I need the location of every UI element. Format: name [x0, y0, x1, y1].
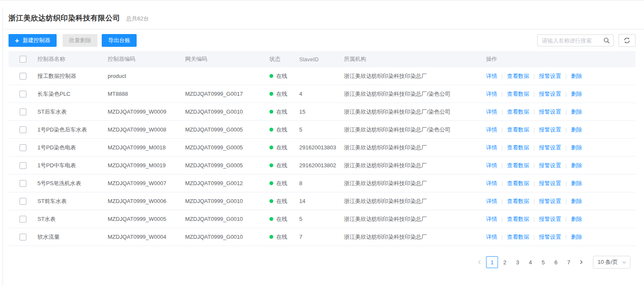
action-detail-link[interactable]: 详情 [486, 126, 497, 133]
row-checkbox[interactable] [20, 198, 26, 205]
action-separator: | [501, 216, 503, 222]
page-number-1[interactable]: 1 [486, 256, 498, 268]
action-view-data-link[interactable]: 查看数据 [507, 234, 529, 240]
action-separator: | [565, 145, 567, 151]
action-detail-link[interactable]: 详情 [486, 234, 497, 240]
batch-delete-button[interactable]: 批量删除 [63, 34, 97, 47]
controller-name-cell: 5号PS皂洗机水表 [37, 180, 108, 187]
action-detail-link[interactable]: 详情 [486, 91, 497, 97]
action-delete-link[interactable]: 删除 [571, 198, 582, 204]
page-size-select[interactable]: 10 条/页 [593, 256, 630, 269]
action-view-data-link[interactable]: 查看数据 [507, 126, 529, 133]
action-alarm-settings-link[interactable]: 报警设置 [539, 144, 561, 151]
search-icon[interactable] [603, 37, 610, 44]
action-detail-link[interactable]: 详情 [486, 109, 497, 115]
action-view-data-link[interactable]: 查看数据 [507, 109, 529, 115]
action-delete-link[interactable]: 删除 [571, 144, 582, 151]
page-number-5[interactable]: 5 [537, 256, 549, 268]
action-detail-link[interactable]: 详情 [486, 216, 497, 222]
action-separator: | [533, 109, 535, 115]
action-alarm-settings-link[interactable]: 报警设置 [539, 180, 561, 186]
pagination-pages: 1234567 [486, 256, 575, 268]
new-controller-button[interactable]: + 新建控制器 [9, 34, 57, 47]
row-actions: 详情|查看数据|报警设置|删除 [486, 126, 635, 134]
page-number-7[interactable]: 7 [563, 256, 575, 268]
action-alarm-settings-link[interactable]: 报警设置 [539, 126, 561, 133]
action-detail-link[interactable]: 详情 [486, 198, 497, 204]
action-delete-link[interactable]: 删除 [571, 180, 582, 186]
row-checkbox[interactable] [20, 162, 26, 169]
action-separator: | [533, 180, 535, 186]
export-ledger-button[interactable]: 导出台账 [102, 34, 137, 47]
action-alarm-settings-link[interactable]: 报警设置 [539, 198, 561, 204]
controller-name-cell: ST前车水表 [37, 197, 108, 205]
prev-page-icon[interactable] [474, 256, 486, 268]
row-checkbox[interactable] [20, 126, 26, 133]
action-detail-link[interactable]: 详情 [486, 162, 497, 169]
action-delete-link[interactable]: 删除 [571, 234, 582, 240]
action-view-data-link[interactable]: 查看数据 [507, 144, 529, 151]
controller-name-cell: 1号PD染色后车水表 [37, 126, 108, 134]
action-delete-link[interactable]: 删除 [571, 162, 582, 169]
action-detail-link[interactable]: 详情 [486, 180, 497, 186]
new-controller-button-label: 新建控制器 [23, 37, 50, 44]
action-alarm-settings-link[interactable]: 报警设置 [539, 109, 561, 115]
page-number-6[interactable]: 6 [550, 256, 562, 268]
page-number-3[interactable]: 3 [512, 256, 524, 268]
search-input[interactable] [542, 37, 603, 44]
slave-id-cell: 15 [299, 109, 344, 115]
action-detail-link[interactable]: 详情 [486, 144, 497, 151]
action-alarm-settings-link[interactable]: 报警设置 [539, 162, 561, 169]
action-alarm-settings-link[interactable]: 报警设置 [539, 91, 561, 97]
page-number-4[interactable]: 4 [524, 256, 536, 268]
controller-code-cell: MZDJQAT0999_W0008 [108, 126, 185, 133]
action-delete-link[interactable]: 删除 [571, 73, 582, 79]
row-checkbox[interactable] [20, 234, 26, 240]
org-cell: 浙江美欣达纺织印染科技印染总厂/染色公司 [344, 126, 486, 134]
row-checkbox[interactable] [20, 73, 26, 80]
gateway-code-cell: MZDJQAT0999_G0005 [185, 144, 269, 151]
table-header-row: 控制器名称 控制器编码 网关编码 状态 SlaveID 所属机构 操作 [9, 51, 635, 67]
online-status-dot [269, 110, 273, 114]
row-checkbox[interactable] [20, 91, 26, 97]
refresh-button[interactable] [618, 34, 635, 47]
action-alarm-settings-link[interactable]: 报警设置 [539, 234, 561, 240]
action-alarm-settings-link[interactable]: 报警设置 [539, 73, 561, 79]
org-cell: 浙江美欣达纺织印染科技印染总厂 [344, 180, 486, 187]
gateway-code-cell: MZDJQAT0999_G0017 [185, 91, 269, 97]
action-view-data-link[interactable]: 查看数据 [507, 198, 529, 204]
org-cell: 浙江美欣达纺织印染科技印染总厂/染色公司 [344, 90, 486, 98]
action-separator: | [565, 163, 567, 169]
row-checkbox[interactable] [20, 216, 26, 223]
action-view-data-link[interactable]: 查看数据 [507, 162, 529, 169]
online-status-dot [269, 199, 273, 203]
page-number-2[interactable]: 2 [499, 256, 511, 268]
status-label: 在线 [276, 108, 287, 116]
table-row: 1号PD中车电表 MZDJQAT0999_M0019 MZDJQAT0999_G… [9, 157, 635, 174]
action-delete-link[interactable]: 删除 [571, 216, 582, 222]
action-detail-link[interactable]: 详情 [486, 73, 497, 79]
controller-list-page: 浙江美欣达纺织印染科技有限公司 总共62台 + 新建控制器 批量删除 导出台账 [0, 0, 644, 269]
row-checkbox[interactable] [20, 144, 26, 151]
row-checkbox[interactable] [20, 109, 26, 115]
table-row: 1号PD染色后车水表 MZDJQAT0999_W0008 MZDJQAT0999… [9, 121, 635, 139]
controller-table: 控制器名称 控制器编码 网关编码 状态 SlaveID 所属机构 操作 报工数据… [9, 51, 635, 246]
controller-name-cell: 1号PD染色电表 [37, 144, 108, 152]
table-row: ST后车水表 MZDJQAT0999_W0009 MZDJQAT0999_G00… [9, 103, 635, 121]
action-view-data-link[interactable]: 查看数据 [507, 91, 529, 97]
action-view-data-link[interactable]: 查看数据 [507, 180, 529, 186]
action-delete-link[interactable]: 删除 [571, 126, 582, 133]
org-cell: 浙江美欣达纺织印染科技印染总厂 [344, 162, 486, 169]
action-view-data-link[interactable]: 查看数据 [507, 216, 529, 222]
action-delete-link[interactable]: 删除 [571, 91, 582, 97]
action-separator: | [565, 180, 567, 186]
action-alarm-settings-link[interactable]: 报警设置 [539, 216, 561, 222]
action-view-data-link[interactable]: 查看数据 [507, 73, 529, 79]
status-label: 在线 [276, 233, 287, 241]
select-all-checkbox[interactable] [20, 56, 26, 63]
row-checkbox[interactable] [20, 180, 26, 187]
action-delete-link[interactable]: 删除 [571, 109, 582, 115]
column-header-gateway: 网关编码 [185, 55, 269, 63]
status-cell: 在线 [269, 72, 299, 80]
next-page-icon[interactable] [575, 256, 587, 268]
